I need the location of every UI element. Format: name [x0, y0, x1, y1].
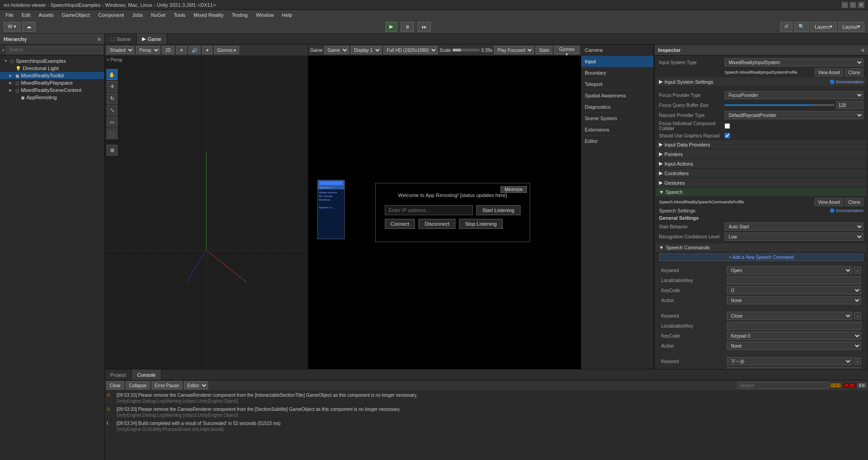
compound-collider-checkbox[interactable]	[725, 123, 730, 129]
raycast-dropdown[interactable]: DefaultRaycastProvider	[725, 111, 863, 119]
input-actions-header[interactable]: ▶ Input Actions	[656, 159, 866, 168]
layers-button[interactable]: Layers ▾	[811, 22, 837, 32]
gestures-header[interactable]: ▶ Gestures	[656, 178, 866, 187]
scene-2d-button[interactable]: 2D	[162, 46, 174, 54]
recognition-dropdown[interactable]: Low	[725, 233, 863, 241]
menu-item-testing[interactable]: Testing	[228, 11, 251, 19]
action-close-dropdown[interactable]: None	[727, 342, 861, 350]
menu-item-mixed-reality[interactable]: Mixed Reality	[190, 11, 227, 19]
keycode-close-dropdown[interactable]: Keypad 0	[727, 332, 861, 340]
config-editor[interactable]: Editor	[581, 136, 654, 147]
step-button[interactable]: ⏭	[418, 22, 431, 32]
input-settings-header[interactable]: ▶ Input System Settings 🔵 Documentation	[656, 77, 866, 86]
history-button[interactable]: ↺	[780, 22, 792, 32]
input-system-type-dropdown[interactable]: MixedRealityInputSystem	[725, 58, 863, 66]
tool-extra1[interactable]: ⊞	[107, 145, 117, 156]
keyword-open-remove[interactable]: -	[854, 267, 861, 274]
config-spatial-awareness[interactable]: Spatial Awareness	[581, 90, 654, 101]
speech-section-header[interactable]: ▼ Speech	[656, 188, 866, 196]
clear-button[interactable]: Clear	[107, 381, 124, 389]
keyword-next-remove[interactable]: -	[854, 358, 861, 365]
console-search-input[interactable]	[737, 382, 828, 389]
menu-item-edit[interactable]: Edit	[18, 11, 34, 19]
config-boundary[interactable]: Boundary	[581, 67, 654, 79]
pointers-header[interactable]: ▶ Pointers	[656, 150, 866, 158]
close-button[interactable]: ✕	[858, 2, 864, 8]
keyword-close-remove[interactable]: -	[854, 312, 861, 319]
scene-light-button[interactable]: ☀	[176, 46, 187, 54]
play-button[interactable]: ▶	[385, 22, 397, 32]
input-data-providers-header[interactable]: ▶ Input Data Providers	[656, 140, 866, 149]
tool-move[interactable]: ✛	[107, 81, 117, 92]
menu-item-tools[interactable]: Tools	[170, 11, 189, 19]
tab-console[interactable]: Console	[132, 369, 161, 380]
hierarchy-search-input[interactable]	[6, 46, 102, 54]
view-asset-button[interactable]: View Asset	[815, 68, 843, 76]
gizmos-button[interactable]: Gizmos ▾	[554, 46, 579, 54]
display-select[interactable]: Display 1	[351, 46, 382, 54]
shading-dropdown[interactable]: Shaded	[107, 46, 134, 54]
maximize-button[interactable]: □	[850, 2, 856, 8]
console-row[interactable]: ℹ [09:53:34] Build completed with a resu…	[107, 420, 866, 434]
cloud-button[interactable]: ☁	[22, 22, 36, 32]
console-row[interactable]: ⚠ [09:53:33] Please remove the CanvasRen…	[107, 391, 866, 405]
stop-listening-button[interactable]: Stop Listening	[459, 219, 503, 229]
tool-hand[interactable]: ✋	[107, 69, 117, 80]
controllers-header[interactable]: ▶ Controllers	[656, 169, 866, 177]
scene-fx-button[interactable]: ✦	[202, 46, 212, 54]
speech-view-asset-button[interactable]: View Asset	[815, 198, 843, 206]
localization-close-input[interactable]	[727, 322, 861, 330]
tool-transform[interactable]: ⬛	[107, 128, 117, 139]
hierarchy-item-appremoting[interactable]: ◼ AppRemoting	[0, 94, 104, 101]
config-extensions[interactable]: Extensions	[581, 124, 654, 136]
keycode-open-dropdown[interactable]: O	[727, 286, 861, 294]
editor-dropdown[interactable]: Editor	[184, 381, 208, 389]
workspace-button[interactable]: W ▾	[4, 22, 20, 32]
menu-item-jobs[interactable]: Jobs	[128, 11, 146, 19]
tool-rotate[interactable]: ↻	[107, 93, 117, 104]
speech-commands-header[interactable]: ▼ Speech Commands	[656, 243, 866, 252]
graphics-raycast-checkbox[interactable]	[725, 133, 730, 138]
console-row[interactable]: ⚠ [09:53:33] Please remove the CanvasRen…	[107, 405, 866, 420]
collapse-button[interactable]: Collapse	[126, 381, 150, 389]
minimize-button[interactable]: ─	[842, 2, 848, 8]
tool-scale[interactable]: ⤡	[107, 105, 117, 116]
hierarchy-menu-icon[interactable]: ≡	[98, 36, 101, 42]
ip-address-input[interactable]	[385, 205, 473, 215]
config-input[interactable]: Input	[581, 56, 654, 67]
scene-audio-button[interactable]: 🔊	[189, 46, 200, 54]
localization-open-input[interactable]	[727, 276, 861, 284]
menu-item-assets[interactable]: Assets	[35, 11, 57, 19]
keyword-next-dropdown[interactable]: 下一步	[727, 357, 852, 365]
start-listening-button[interactable]: Start Listening	[476, 205, 520, 215]
hierarchy-item-directional-light[interactable]: 💡 Directional Light	[0, 65, 104, 72]
game-view-select[interactable]: Game	[324, 46, 349, 54]
config-camera[interactable]: Camera	[581, 45, 654, 56]
stats-button[interactable]: Stats	[536, 46, 552, 54]
config-diagnostics[interactable]: Diagnostics	[581, 101, 654, 113]
speech-clone-button[interactable]: Clone	[845, 198, 863, 206]
dialog-minimize-button[interactable]: Minimize	[500, 186, 526, 193]
search-toolbar-button[interactable]: 🔍	[794, 22, 809, 32]
menu-item-nuget[interactable]: NuGet	[148, 11, 169, 19]
keyword-open-dropdown[interactable]: Open	[727, 266, 852, 274]
menu-item-help[interactable]: Help	[278, 11, 296, 19]
config-scene-system[interactable]: Scene System	[581, 113, 654, 124]
start-behavior-dropdown[interactable]: Auto Start	[725, 222, 863, 231]
hierarchy-item-mixedrealitytoolkit[interactable]: ▶ ◼ MixedRealityToolkit	[0, 72, 104, 79]
persp-dropdown[interactable]: Persp	[136, 46, 160, 54]
clone-profile-button[interactable]: Clone	[845, 68, 863, 76]
pause-button[interactable]: ⏸	[401, 22, 414, 32]
keyword-close-dropdown[interactable]: Close	[727, 312, 852, 320]
add-speech-command-button[interactable]: + Add a New Speech Command	[659, 253, 863, 261]
menu-item-window[interactable]: Window	[252, 11, 277, 19]
focus-query-input[interactable]	[836, 101, 863, 109]
menu-item-gameobject[interactable]: GameObject	[58, 11, 94, 19]
action-open-dropdown[interactable]: None	[727, 296, 861, 304]
menu-item-component[interactable]: Component	[94, 11, 128, 19]
error-pause-button[interactable]: Error Pause	[152, 381, 182, 389]
config-teleport[interactable]: Teleport	[581, 79, 654, 90]
speech-doc-link[interactable]: 🔵 Documentation	[830, 208, 863, 213]
tab-scene[interactable]: ⬚ Scene	[105, 34, 137, 44]
focus-provider-dropdown[interactable]: FocusProvider	[725, 91, 863, 99]
